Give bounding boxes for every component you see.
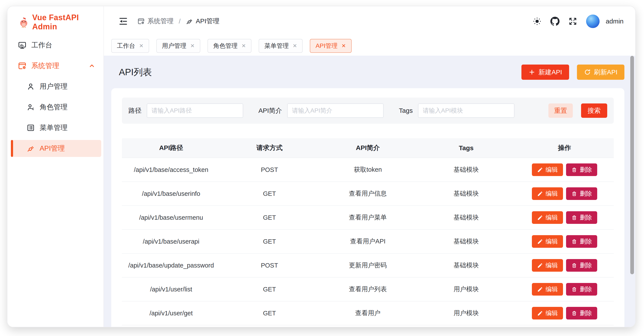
sidebar-item-workbench[interactable]: 工作台 bbox=[11, 37, 101, 54]
sidebar-item-menus[interactable]: 菜单管理 bbox=[11, 119, 101, 136]
path-filter-input[interactable] bbox=[147, 103, 243, 118]
cell-api-path: /api/v1/base/userapi bbox=[122, 238, 220, 245]
scrollbar-thumb[interactable] bbox=[630, 56, 634, 274]
breadcrumb-item-api[interactable]: API管理 bbox=[186, 17, 219, 26]
sidebar-item-label: 角色管理 bbox=[40, 102, 68, 112]
edit-button[interactable]: 编辑 bbox=[532, 164, 563, 176]
user-avatar[interactable] bbox=[586, 14, 600, 28]
column-header-actions: 操作 bbox=[515, 144, 614, 152]
edit-label: 编辑 bbox=[546, 261, 558, 270]
plus-icon bbox=[528, 69, 535, 76]
api-plug-icon bbox=[26, 144, 35, 153]
edit-label: 编辑 bbox=[546, 309, 558, 317]
cell-api-path: /api/v1/user/get bbox=[122, 310, 220, 317]
monitor-icon bbox=[18, 41, 26, 50]
cell-method: GET bbox=[220, 310, 319, 317]
table-row: /api/v1/user/get GET 查看用户 用户模块 bbox=[122, 302, 614, 325]
brand[interactable]: Vue FastAPI Admin bbox=[8, 6, 104, 31]
tab-label: 角色管理 bbox=[213, 42, 238, 50]
tab[interactable]: 菜单管理 ✕ bbox=[259, 39, 302, 53]
user-name[interactable]: admin bbox=[606, 18, 624, 25]
theme-sun-icon[interactable] bbox=[532, 17, 542, 26]
api-plug-icon bbox=[186, 18, 193, 25]
edit-button[interactable]: 编辑 bbox=[532, 187, 563, 200]
cell-method: POST bbox=[220, 262, 319, 269]
sidebar-collapse-icon[interactable] bbox=[118, 16, 128, 26]
delete-button[interactable]: 删除 bbox=[566, 187, 597, 200]
trash-icon bbox=[571, 263, 577, 268]
chicken-logo-icon bbox=[18, 16, 30, 28]
breadcrumb-separator: / bbox=[179, 18, 180, 25]
cell-api-path: /api/v1/base/update_password bbox=[122, 262, 220, 269]
top-bar: 系统管理 / API管理 bbox=[104, 6, 635, 36]
cell-summary: 查看用户菜单 bbox=[319, 213, 417, 222]
tab-close-icon[interactable]: ✕ bbox=[190, 43, 195, 49]
edit-button[interactable]: 编辑 bbox=[532, 235, 563, 248]
edit-button[interactable]: 编辑 bbox=[532, 307, 563, 320]
tab[interactable]: 工作台 ✕ bbox=[111, 39, 149, 53]
trash-icon bbox=[571, 215, 577, 221]
cell-tags: 用户模块 bbox=[417, 285, 515, 294]
tab-close-icon[interactable]: ✕ bbox=[342, 43, 346, 49]
tab-close-icon[interactable]: ✕ bbox=[139, 43, 144, 49]
tab-close-icon[interactable]: ✕ bbox=[292, 43, 297, 49]
fullscreen-icon[interactable] bbox=[568, 17, 578, 26]
trash-icon bbox=[571, 191, 577, 197]
pencil-icon bbox=[537, 215, 543, 221]
delete-label: 删除 bbox=[580, 261, 592, 270]
tags-filter-input[interactable] bbox=[418, 103, 514, 118]
delete-button[interactable]: 删除 bbox=[566, 211, 597, 224]
edit-label: 编辑 bbox=[546, 237, 558, 246]
edit-button[interactable]: 编辑 bbox=[532, 211, 563, 224]
cell-actions: 编辑 bbox=[515, 283, 614, 296]
edit-label: 编辑 bbox=[546, 285, 558, 293]
sidebar-item-api[interactable]: API管理 bbox=[11, 140, 101, 157]
cell-actions: 编辑 bbox=[515, 259, 614, 272]
tab[interactable]: 用户管理 ✕ bbox=[156, 39, 200, 53]
breadcrumb-label: API管理 bbox=[196, 17, 219, 26]
table-row: /api/v1/base/access_token POST 获取token 基… bbox=[122, 158, 614, 182]
cell-tags: 基础模块 bbox=[417, 261, 515, 270]
edit-button[interactable]: 编辑 bbox=[532, 259, 563, 272]
cell-tags: 用户模块 bbox=[417, 309, 515, 318]
delete-label: 删除 bbox=[580, 213, 592, 222]
sidebar-item-label: 用户管理 bbox=[40, 82, 68, 91]
table-row: /api/v1/base/update_password POST 更新用户密码… bbox=[122, 254, 614, 278]
pencil-icon bbox=[537, 263, 543, 268]
sidebar-item-users[interactable]: 用户管理 bbox=[11, 78, 101, 95]
tab-close-icon[interactable]: ✕ bbox=[242, 43, 246, 49]
sidebar-menu: 工作台 系统管理 bbox=[8, 31, 104, 157]
edit-label: 编辑 bbox=[546, 166, 558, 174]
pencil-icon bbox=[537, 167, 543, 173]
sidebar-item-system[interactable]: 系统管理 bbox=[11, 57, 101, 74]
tab[interactable]: API管理 ✕ bbox=[310, 39, 352, 53]
search-button[interactable]: 搜索 bbox=[581, 103, 607, 118]
edit-label: 编辑 bbox=[546, 189, 558, 198]
github-icon[interactable] bbox=[550, 17, 560, 26]
summary-filter-label: API简介 bbox=[258, 106, 282, 115]
summary-filter-input[interactable] bbox=[287, 103, 384, 118]
tab[interactable]: 角色管理 ✕ bbox=[208, 39, 252, 53]
delete-button[interactable]: 删除 bbox=[566, 164, 597, 176]
cell-actions: 编辑 bbox=[515, 187, 614, 200]
cell-summary: 查看用户信息 bbox=[319, 189, 417, 198]
cell-api-path: /api/v1/base/usermenu bbox=[122, 214, 220, 221]
new-api-button[interactable]: 新建API bbox=[522, 65, 569, 80]
table-row: /api/v1/base/userapi GET 查看用户API 基础模块 bbox=[122, 230, 614, 254]
reset-button[interactable]: 重置 bbox=[548, 103, 573, 118]
refresh-api-button[interactable]: 刷新API bbox=[577, 65, 624, 80]
page-actions: 新建API 刷新API bbox=[522, 65, 624, 80]
delete-button[interactable]: 删除 bbox=[566, 235, 597, 248]
cell-method: GET bbox=[220, 286, 319, 293]
cell-api-path: /api/v1/user/list bbox=[122, 286, 220, 293]
delete-button[interactable]: 删除 bbox=[566, 283, 597, 296]
breadcrumb-item-system[interactable]: 系统管理 bbox=[138, 17, 174, 26]
column-header-method: 请求方式 bbox=[220, 144, 319, 152]
trash-icon bbox=[571, 167, 577, 173]
sidebar-item-label: 菜单管理 bbox=[40, 123, 68, 133]
delete-button[interactable]: 删除 bbox=[566, 259, 597, 272]
edit-button[interactable]: 编辑 bbox=[532, 283, 563, 296]
delete-button[interactable]: 删除 bbox=[566, 307, 597, 320]
sidebar-item-roles[interactable]: 角色管理 bbox=[11, 99, 101, 116]
cell-api-path: /api/v1/base/userinfo bbox=[122, 190, 220, 197]
